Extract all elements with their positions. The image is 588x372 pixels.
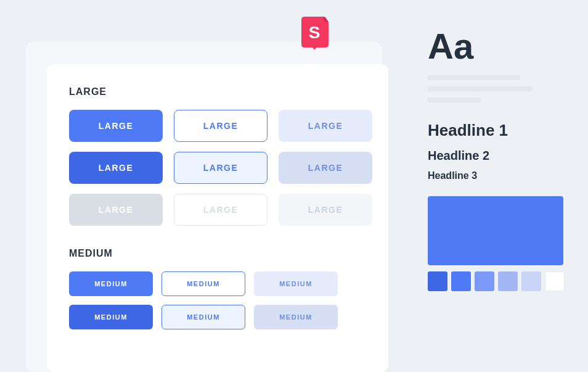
medium-button-solid-hover[interactable]: MEDIUM <box>69 305 153 329</box>
medium-button-light-hover[interactable]: MEDIUM <box>254 305 338 329</box>
medium-button-light[interactable]: MEDIUM <box>254 271 338 296</box>
headline-3: Headline 3 <box>428 170 570 181</box>
large-button-outline-hover[interactable]: LARGE <box>174 152 267 184</box>
app-badge-icon: S <box>299 16 331 51</box>
color-swatch-row <box>428 271 570 291</box>
svg-text:S: S <box>309 23 321 42</box>
headline-1: Headline 1 <box>428 121 570 140</box>
section-title-medium: MEDIUM <box>69 248 366 259</box>
skeleton-line <box>428 97 481 102</box>
large-button-outline[interactable]: LARGE <box>174 110 267 142</box>
large-button-solid-disabled: LARGE <box>69 194 163 226</box>
color-swatch[interactable] <box>498 271 518 291</box>
headline-2: Headline 2 <box>428 149 570 163</box>
large-button-light-hover[interactable]: LARGE <box>279 152 372 184</box>
large-button-solid-hover[interactable]: LARGE <box>69 152 163 184</box>
color-swatch[interactable] <box>545 271 565 291</box>
buttons-card: LARGE LARGE LARGE LARGE LARGE LARGE LARG… <box>47 64 388 372</box>
medium-button-outline[interactable]: MEDIUM <box>161 271 245 296</box>
color-swatch[interactable] <box>475 271 494 291</box>
section-title-large: LARGE <box>69 86 366 97</box>
skeleton-line <box>428 75 520 80</box>
large-button-light-disabled: LARGE <box>279 194 372 226</box>
medium-button-outline-hover[interactable]: MEDIUM <box>161 305 245 329</box>
color-swatch-primary <box>428 196 563 265</box>
typography-panel: Aa Headline 1 Headline 2 Headline 3 <box>428 28 570 291</box>
skeleton-line <box>428 86 533 91</box>
large-button-outline-disabled: LARGE <box>174 194 267 226</box>
color-swatch[interactable] <box>428 271 447 291</box>
type-sample: Aa <box>428 28 570 64</box>
color-swatch[interactable] <box>451 271 471 291</box>
large-button-grid: LARGE LARGE LARGE LARGE LARGE LARGE LARG… <box>69 110 366 226</box>
large-button-light[interactable]: LARGE <box>279 110 372 142</box>
medium-button-grid: MEDIUM MEDIUM MEDIUM MEDIUM MEDIUM MEDIU… <box>69 271 366 329</box>
medium-button-solid[interactable]: MEDIUM <box>69 271 153 296</box>
color-swatch[interactable] <box>521 271 541 291</box>
large-button-solid[interactable]: LARGE <box>69 110 163 142</box>
